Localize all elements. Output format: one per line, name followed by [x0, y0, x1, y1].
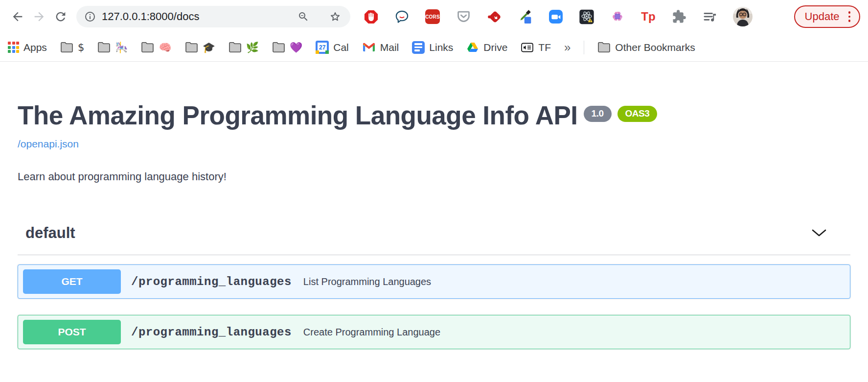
version-badge: 1.0: [584, 106, 612, 122]
bookmark-apps[interactable]: Apps: [8, 42, 47, 53]
tp-label: Tp: [641, 10, 655, 24]
forward-arrow-icon: [32, 10, 46, 24]
menu-kebab-icon[interactable]: [846, 9, 853, 24]
page-title: The Amazing Programming Language Info AP…: [18, 100, 850, 130]
endpoint-list: GET /programming_languages List Programm…: [18, 264, 850, 349]
folder-icon: [97, 42, 111, 53]
bookmark-star-icon[interactable]: [329, 10, 342, 23]
api-info: The Amazing Programming Language Info AP…: [18, 100, 850, 183]
tag-section-title: default: [25, 224, 75, 242]
bookmarks-bar: Apps $ 🎠 🧠 🎓 🌿 💜 27: [0, 33, 868, 62]
folder-icon: [141, 42, 154, 53]
adblock-hand-icon[interactable]: [363, 9, 379, 24]
other-bookmarks-label: Other Bookmarks: [615, 42, 695, 53]
bookmarks-separator: [584, 41, 584, 54]
post-method-button[interactable]: POST: [23, 320, 121, 344]
folder-icon: [60, 42, 73, 53]
bookmark-label: Cal: [333, 42, 349, 53]
extensions-row: CORS ♻ Tp: [363, 7, 753, 26]
bookmark-label: Drive: [483, 42, 507, 53]
bookmark-label: Apps: [23, 42, 47, 53]
address-bar[interactable]: 127.0.0.1:8000/docs: [76, 6, 350, 27]
bookmark-label: 🎠: [115, 42, 128, 53]
bookmark-folder-dollar[interactable]: $: [60, 42, 84, 53]
bookmark-mail[interactable]: Mail: [362, 42, 399, 53]
zoom-video-camera-icon[interactable]: [548, 9, 564, 24]
blue-lines-icon: [412, 41, 425, 54]
google-calendar-icon: 27: [316, 41, 329, 54]
music-playlist-icon[interactable]: [702, 9, 718, 24]
speaker-card-icon: [521, 42, 534, 53]
bookmark-folder-grad-cap[interactable]: 🎓: [185, 42, 215, 53]
back-button[interactable]: [7, 6, 28, 27]
bookmark-folder-herb[interactable]: 🌿: [228, 42, 259, 53]
reload-button[interactable]: [50, 6, 71, 27]
chevron-down-icon[interactable]: [811, 229, 827, 238]
endpoint-get-programming-languages[interactable]: GET /programming_languages List Programm…: [18, 264, 850, 299]
react-devtools-icon[interactable]: [579, 9, 594, 24]
back-arrow-icon: [11, 10, 24, 24]
bookmark-calendar[interactable]: 27 Cal: [316, 41, 349, 54]
endpoint-post-programming-languages[interactable]: POST /programming_languages Create Progr…: [18, 315, 850, 349]
folder-icon: [228, 42, 242, 53]
forward-button[interactable]: [28, 6, 50, 27]
bookmark-folder-purple-heart[interactable]: 💜: [272, 42, 302, 53]
tag-section-default: default GET /programming_languages List …: [0, 215, 868, 349]
bookmark-label: $: [78, 42, 84, 53]
gmail-icon: [362, 42, 376, 53]
browser-window: 127.0.0.1:8000/docs CORS: [0, 0, 868, 382]
cors-extension-icon[interactable]: CORS: [425, 9, 440, 24]
folder-icon: [185, 42, 198, 53]
tag-section-header[interactable]: default: [18, 215, 850, 255]
endpoint-summary: List Programming Languages: [303, 276, 431, 287]
folder-icon: [272, 42, 285, 53]
puzzle-extensions-icon[interactable]: [671, 9, 687, 24]
bookmark-label: 🧠: [159, 42, 171, 53]
openapi-spec-link[interactable]: /openapi.json: [18, 138, 79, 150]
update-button[interactable]: Update: [794, 5, 860, 28]
endpoint-path: /programming_languages: [131, 326, 292, 339]
pink-recycle-icon[interactable]: ♻: [610, 9, 625, 24]
colorzilla-eyedropper-icon[interactable]: [517, 9, 533, 24]
api-title-text: The Amazing Programming Language Info AP…: [18, 101, 578, 130]
bookmark-label: 🌿: [246, 42, 259, 53]
bookmark-label: Links: [429, 42, 453, 53]
page-content: The Amazing Programming Language Info AP…: [0, 62, 868, 349]
bookmark-label: TF: [538, 42, 551, 53]
cors-label: CORS: [425, 9, 440, 24]
bookmark-label: Mail: [380, 42, 399, 53]
bookmark-links[interactable]: Links: [412, 41, 453, 54]
url-text[interactable]: 127.0.0.1:8000/docs: [102, 10, 297, 23]
oas3-badge: OAS3: [617, 106, 658, 122]
google-drive-icon: [466, 42, 479, 53]
api-description: Learn about programming language history…: [18, 170, 850, 183]
page-info-icon[interactable]: [84, 11, 96, 23]
update-label: Update: [805, 10, 840, 23]
tp-extension-icon[interactable]: Tp: [640, 9, 656, 24]
folder-icon: [597, 42, 611, 53]
bookmark-folder-carousel[interactable]: 🎠: [97, 42, 128, 53]
redirect-arrow-icon[interactable]: [486, 9, 502, 24]
pocket-icon[interactable]: [456, 9, 471, 24]
bookmark-folder-brain[interactable]: 🧠: [141, 42, 171, 53]
browser-toolbar: 127.0.0.1:8000/docs CORS: [0, 0, 868, 33]
profile-avatar[interactable]: [733, 7, 753, 26]
recycle-center-chip: [615, 14, 620, 19]
bookmark-label: 🎓: [203, 42, 215, 53]
apps-grid-icon: [8, 42, 19, 53]
bookmark-drive[interactable]: Drive: [466, 42, 507, 53]
bookmark-label: 💜: [290, 42, 302, 53]
endpoint-summary: Create Programming Language: [303, 327, 440, 338]
other-bookmarks[interactable]: Other Bookmarks: [597, 42, 695, 53]
reload-icon: [54, 10, 68, 24]
chat-smile-bubble-icon[interactable]: [394, 9, 410, 24]
endpoint-path: /programming_languages: [131, 275, 292, 288]
zoom-out-icon[interactable]: [297, 11, 309, 23]
bookmarks-overflow-chevron[interactable]: »: [564, 41, 571, 54]
get-method-button[interactable]: GET: [23, 269, 121, 294]
bookmark-tf[interactable]: TF: [521, 42, 551, 53]
